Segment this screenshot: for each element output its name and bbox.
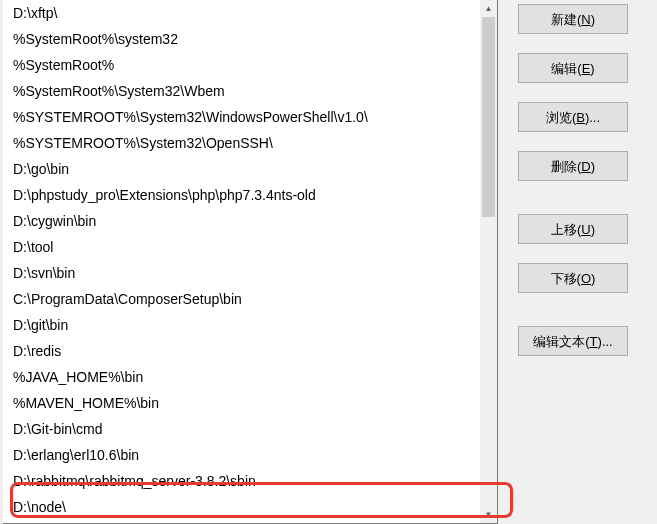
path-list-item[interactable]: D:\node\ <box>3 494 480 520</box>
scroll-thumb[interactable] <box>482 17 495 217</box>
path-list-item[interactable]: D:\rabbitmq\rabbitmq_server-3.8.2\sbin <box>3 468 480 494</box>
path-list-item[interactable]: %SYSTEMROOT%\System32\OpenSSH\ <box>3 130 480 156</box>
path-list-item[interactable]: D:\redis <box>3 338 480 364</box>
button-panel: 新建(N) 编辑(E) 浏览(B)... 删除(D) 上移(U) 下移(O) 编… <box>498 0 657 524</box>
delete-button[interactable]: 删除(D) <box>518 151 628 181</box>
path-list-item[interactable]: %JAVA_HOME%\bin <box>3 364 480 390</box>
path-list-item[interactable]: %SystemRoot% <box>3 52 480 78</box>
path-list-item[interactable]: D:\tool <box>3 234 480 260</box>
path-list-item[interactable]: D:\data\swoole_4.5.0-alpha_05933c46_x86-… <box>3 520 480 523</box>
scroll-up-button[interactable]: ▲ <box>480 0 497 17</box>
edit-text-button[interactable]: 编辑文本(T)... <box>518 326 628 356</box>
path-list-item[interactable]: D:\erlang\erl10.6\bin <box>3 442 480 468</box>
path-list-item[interactable]: D:\svn\bin <box>3 260 480 286</box>
edit-button[interactable]: 编辑(E) <box>518 53 628 83</box>
path-listbox[interactable]: D:\xftp\%SystemRoot%\system32%SystemRoot… <box>3 0 498 524</box>
path-list-item[interactable]: D:\Git-bin\cmd <box>3 416 480 442</box>
new-button[interactable]: 新建(N) <box>518 4 628 34</box>
move-up-button[interactable]: 上移(U) <box>518 214 628 244</box>
path-list-item[interactable]: %MAVEN_HOME%\bin <box>3 390 480 416</box>
path-list-item[interactable]: %SYSTEMROOT%\System32\WindowsPowerShell\… <box>3 104 480 130</box>
path-list-item[interactable]: D:\xftp\ <box>3 0 480 26</box>
scroll-down-button[interactable]: ▼ <box>480 506 497 523</box>
path-list-item[interactable]: %SystemRoot%\system32 <box>3 26 480 52</box>
move-down-button[interactable]: 下移(O) <box>518 263 628 293</box>
path-list-item[interactable]: D:\cygwin\bin <box>3 208 480 234</box>
vertical-scrollbar[interactable]: ▲ ▼ <box>480 0 497 523</box>
path-list-item[interactable]: D:\git\bin <box>3 312 480 338</box>
browse-button[interactable]: 浏览(B)... <box>518 102 628 132</box>
path-list-item[interactable]: C:\ProgramData\ComposerSetup\bin <box>3 286 480 312</box>
path-list-item[interactable]: %SystemRoot%\System32\Wbem <box>3 78 480 104</box>
path-list-item[interactable]: D:\phpstudy_pro\Extensions\php\php7.3.4n… <box>3 182 480 208</box>
path-list-item[interactable]: D:\go\bin <box>3 156 480 182</box>
